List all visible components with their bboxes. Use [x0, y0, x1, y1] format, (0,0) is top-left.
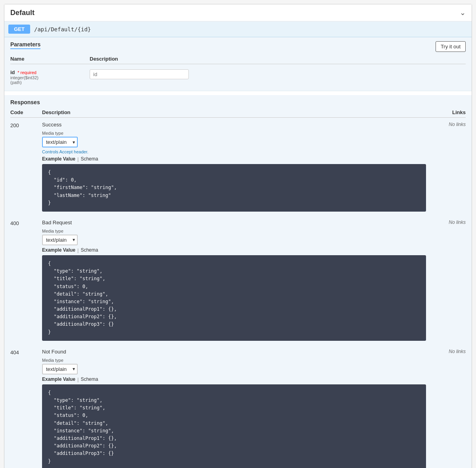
param-name-cell: id * required integer($int32) (path) — [10, 69, 90, 85]
panel-title: Default — [10, 9, 35, 17]
response-description-404: Not Found — [42, 349, 426, 355]
media-type-label-400: Media type — [42, 229, 426, 233]
response-links-400: No links — [426, 220, 466, 225]
media-type-select-404[interactable]: text/plain — [42, 364, 78, 374]
required-badge: * required — [17, 70, 36, 75]
media-type-select-wrapper-400: text/plain — [42, 235, 78, 245]
response-main-404: 404 Not Found Media type text/plain Exam… — [10, 349, 466, 468]
try-it-out-button[interactable]: Try it out — [436, 41, 466, 52]
response-code-200: 200 — [10, 122, 42, 128]
example-value-tab-400[interactable]: Example Value — [42, 247, 75, 253]
responses-table-header: Code Description Links — [10, 109, 466, 118]
response-links-404: No links — [426, 349, 466, 354]
schema-tab-200[interactable]: Schema — [81, 156, 98, 162]
example-tabs-404: Example Value | Schema — [42, 376, 426, 382]
response-links-200: No links — [426, 122, 466, 127]
tab-separator-400: | — [77, 247, 79, 253]
panel-header: Default ⌄ — [4, 4, 472, 21]
response-code-404: 404 — [10, 349, 42, 355]
response-main-200: 200 Success Media type text/plain Contro… — [10, 122, 466, 212]
col-code-header: Code — [10, 109, 42, 115]
response-main-400: 400 Bad Request Media type text/plain Ex… — [10, 220, 466, 341]
params-table: Name Description id * required integer($… — [10, 56, 466, 87]
media-type-label-200: Media type — [42, 131, 426, 136]
media-type-select-wrapper-200: text/plain — [42, 137, 78, 147]
response-desc-area-200: Success Media type text/plain Controls A… — [42, 122, 426, 212]
response-row-200: 200 Success Media type text/plain Contro… — [10, 122, 466, 212]
param-row: id * required integer($int32) (path) — [10, 67, 466, 87]
endpoint-bar: GET /api/Default/{id} — [4, 21, 472, 37]
media-type-select-wrapper-404: text/plain — [42, 364, 78, 374]
accept-note-200: Controls Accept header. — [42, 149, 426, 154]
response-description-400: Bad Request — [42, 220, 426, 225]
code-block-400: { "type": "string", "title": "string", "… — [42, 255, 426, 341]
example-value-tab-200[interactable]: Example Value — [42, 156, 75, 162]
parameters-section: Parameters Try it out Name Description i… — [4, 37, 472, 91]
params-table-header: Name Description — [10, 56, 466, 64]
param-id-input[interactable] — [90, 69, 189, 79]
swagger-panel: Default ⌄ GET /api/Default/{id} Paramete… — [4, 4, 472, 468]
parameters-title: Parameters — [10, 41, 40, 49]
example-value-tab-404[interactable]: Example Value — [42, 376, 75, 382]
response-desc-area-400: Bad Request Media type text/plain Exampl… — [42, 220, 426, 341]
schema-tab-400[interactable]: Schema — [81, 247, 98, 253]
response-desc-area-404: Not Found Media type text/plain Example … — [42, 349, 426, 468]
media-type-label-404: Media type — [42, 358, 426, 363]
method-badge: GET — [8, 25, 30, 34]
param-desc-cell — [90, 69, 466, 79]
param-name: id — [10, 69, 15, 75]
chevron-down-icon[interactable]: ⌄ — [460, 8, 466, 17]
tab-separator-404: | — [77, 376, 79, 382]
col-resp-desc-header: Description — [42, 109, 426, 115]
col-name-header: Name — [10, 56, 90, 62]
schema-tab-404[interactable]: Schema — [81, 376, 98, 382]
response-row-400: 400 Bad Request Media type text/plain Ex… — [10, 220, 466, 341]
responses-section: Responses Code Description Links 200 Suc… — [4, 95, 472, 468]
response-row-404: 404 Not Found Media type text/plain Exam… — [10, 349, 466, 468]
response-description-200: Success — [42, 122, 426, 128]
tab-separator-200: | — [77, 156, 79, 162]
example-tabs-400: Example Value | Schema — [42, 247, 426, 253]
params-header: Parameters Try it out — [10, 41, 466, 52]
col-desc-header: Description — [90, 56, 466, 62]
responses-title: Responses — [10, 99, 466, 105]
media-type-select-400[interactable]: text/plain — [42, 235, 78, 245]
col-links-header: Links — [426, 109, 466, 115]
media-type-select-200[interactable]: text/plain — [42, 137, 78, 147]
param-type: integer($int32) — [10, 75, 90, 80]
endpoint-path: /api/Default/{id} — [34, 26, 91, 32]
param-location: (path) — [10, 80, 90, 85]
code-block-200: { "id": 0, "firstName": "string", "lastN… — [42, 164, 426, 212]
response-rows: 200 Success Media type text/plain Contro… — [10, 122, 466, 468]
example-tabs-200: Example Value | Schema — [42, 156, 426, 162]
response-code-400: 400 — [10, 220, 42, 226]
code-block-404: { "type": "string", "title": "string", "… — [42, 384, 426, 468]
